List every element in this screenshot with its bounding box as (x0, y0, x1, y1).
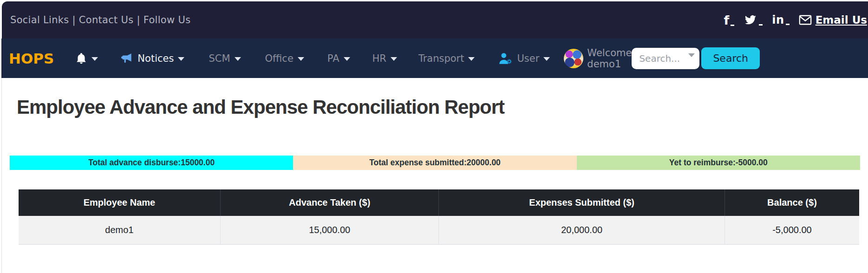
welcome-label: Welcome demo1 (587, 47, 632, 70)
cell-balance: -5,000.00 (724, 216, 859, 244)
topbar: Social Links | Contact Us | Follow Us f … (2, 1, 868, 39)
chevron-down-icon (543, 57, 550, 61)
chevron-down-icon (91, 57, 98, 61)
col-header-employee-name: Employee Name (19, 189, 220, 216)
col-header-expenses-submitted: Expenses Submitted ($) (439, 189, 724, 216)
report-table-wrap: Employee Name Advance Taken ($) Expenses… (19, 189, 859, 245)
linkedin-icon[interactable]: in (772, 14, 789, 26)
summary-expense-submitted: Total expense submitted:20000.00 (293, 156, 576, 170)
notifications-menu[interactable] (75, 52, 98, 65)
nav-label: User (517, 53, 539, 64)
col-header-advance-taken: Advance Taken ($) (220, 189, 439, 216)
nav-label: PA (327, 53, 339, 64)
cell-employee-name: demo1 (19, 216, 220, 244)
nav-item-hr[interactable]: HR (372, 53, 397, 64)
summary-bars: Total advance disburse:15000.00 Total ex… (10, 156, 860, 170)
chevron-down-icon (178, 57, 184, 61)
chevron-down-icon (468, 57, 475, 61)
page-title: Employee Advance and Expense Reconciliat… (17, 96, 868, 118)
topbar-links[interactable]: Social Links | Contact Us | Follow Us (10, 14, 190, 26)
topbar-social: f in Email Us (724, 14, 867, 26)
nav-label: Notices (137, 53, 174, 64)
col-header-balance: Balance ($) (724, 189, 859, 216)
cell-advance-taken: 15,000.00 (220, 216, 439, 244)
nav-item-office[interactable]: Office (265, 53, 304, 64)
avatar[interactable] (564, 49, 583, 68)
brand-logo[interactable]: HOPS (9, 50, 54, 67)
cell-expenses-submitted: 20,000.00 (439, 216, 724, 244)
nav-item-transport[interactable]: Transport (418, 53, 475, 64)
search-button[interactable]: Search (701, 47, 760, 69)
page-edge-line (1, 78, 2, 273)
twitter-icon[interactable] (744, 14, 763, 26)
facebook-icon[interactable]: f (724, 14, 735, 26)
nav-label: SCM (209, 53, 230, 64)
user-welcome[interactable]: Welcome demo1 (564, 47, 632, 70)
nav-item-notices[interactable]: Notices (120, 52, 184, 65)
search-area: Search (632, 47, 760, 69)
nav-label: HR (372, 53, 386, 64)
main-content: Employee Advance and Expense Reconciliat… (0, 78, 868, 273)
nav-item-scm[interactable]: SCM (209, 53, 241, 64)
table-row: demo1 15,000.00 20,000.00 -5,000.00 (19, 216, 859, 244)
chevron-down-icon (235, 57, 241, 61)
report-table: Employee Name Advance Taken ($) Expenses… (19, 189, 859, 245)
email-icon (799, 15, 812, 25)
navbar: HOPS Notices SCM Office PA (1, 39, 868, 78)
nav-item-user[interactable]: User (498, 52, 550, 65)
summary-advance-disbursed: Total advance disburse:15000.00 (10, 156, 293, 170)
user-gear-icon (498, 52, 513, 65)
table-header-row: Employee Name Advance Taken ($) Expenses… (19, 189, 859, 216)
nav-label: Office (265, 53, 294, 64)
search-input[interactable] (632, 48, 699, 69)
summary-yet-to-reimburse: Yet to reimburse:-5000.00 (577, 156, 860, 170)
bell-icon (75, 52, 87, 65)
chevron-down-icon (391, 57, 397, 61)
chevron-down-icon (344, 57, 350, 61)
nav-label: Transport (418, 53, 464, 64)
nav-item-pa[interactable]: PA (327, 53, 350, 64)
chevron-down-icon (298, 57, 304, 61)
megaphone-icon (120, 52, 133, 65)
email-us-link[interactable]: Email Us (799, 14, 867, 26)
email-us-label: Email Us (816, 14, 867, 26)
